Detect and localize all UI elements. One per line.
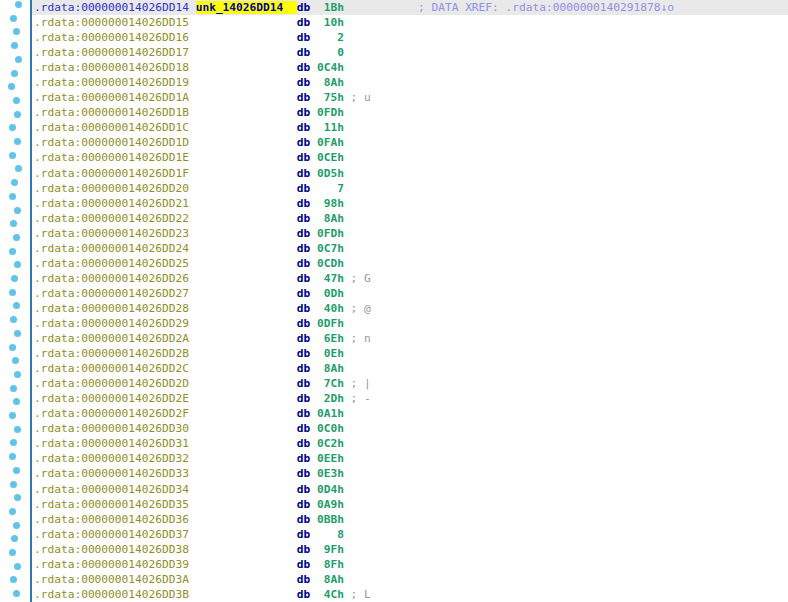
listing-row[interactable]: .rdata:000000014026DD1B db 0FDh: [0, 105, 788, 120]
mnemonic-db[interactable]: db: [297, 347, 317, 360]
listing-row[interactable]: .rdata:000000014026DD3A db 8Ah: [0, 572, 788, 587]
address-prefix[interactable]: .rdata:000000014026DD1E: [34, 151, 189, 164]
byte-value[interactable]: 0: [317, 46, 344, 59]
address-prefix[interactable]: .rdata:000000014026DD1F: [34, 167, 189, 180]
listing-row[interactable]: .rdata:000000014026DD3B db 4Ch ; L: [0, 587, 788, 602]
address-prefix[interactable]: .rdata:000000014026DD2E: [34, 392, 189, 405]
listing-row[interactable]: .rdata:000000014026DD1E db 0CEh: [0, 150, 788, 165]
byte-value[interactable]: 75h: [317, 91, 344, 104]
byte-value[interactable]: 0FAh: [317, 136, 344, 149]
byte-value[interactable]: 4Ch: [317, 588, 344, 601]
byte-value[interactable]: 2Dh: [317, 392, 344, 405]
address-prefix[interactable]: .rdata:000000014026DD25: [34, 257, 189, 270]
address-prefix[interactable]: .rdata:000000014026DD21: [34, 197, 189, 210]
listing-row[interactable]: .rdata:000000014026DD30 db 0C0h: [0, 421, 788, 436]
listing-row[interactable]: .rdata:000000014026DD1A db 75h ; u: [0, 90, 788, 105]
address-prefix[interactable]: .rdata:000000014026DD23: [34, 227, 189, 240]
mnemonic-db[interactable]: db: [297, 31, 317, 44]
listing-row[interactable]: .rdata:000000014026DD27 db 0Dh: [0, 286, 788, 301]
byte-value[interactable]: 40h: [317, 302, 344, 315]
listing-row[interactable]: .rdata:000000014026DD2B db 0Eh: [0, 346, 788, 361]
mnemonic-db[interactable]: db: [297, 362, 317, 375]
listing-row[interactable]: .rdata:000000014026DD1D db 0FAh: [0, 135, 788, 150]
byte-value[interactable]: 0C2h: [317, 437, 344, 450]
mnemonic-db[interactable]: db: [297, 302, 317, 315]
byte-value[interactable]: 8Ah: [317, 573, 344, 586]
listing-row[interactable]: .rdata:000000014026DD23 db 0FDh: [0, 226, 788, 241]
mnemonic-db[interactable]: db: [297, 317, 317, 330]
mnemonic-db[interactable]: db: [297, 242, 317, 255]
byte-value[interactable]: 8Ah: [317, 212, 344, 225]
byte-value[interactable]: 0E3h: [317, 467, 344, 480]
listing-row[interactable]: .rdata:000000014026DD26 db 47h ; G: [0, 271, 788, 286]
byte-value[interactable]: 0DFh: [317, 317, 344, 330]
byte-value[interactable]: 0FDh: [317, 227, 344, 240]
listing-row[interactable]: .rdata:000000014026DD38 db 9Fh: [0, 542, 788, 557]
listing-row[interactable]: .rdata:000000014026DD2F db 0A1h: [0, 406, 788, 421]
byte-value[interactable]: 0Eh: [317, 347, 344, 360]
listing-row[interactable]: .rdata:000000014026DD15 db 10h: [0, 15, 788, 30]
address-prefix[interactable]: .rdata:000000014026DD15: [34, 16, 189, 29]
byte-value[interactable]: 0A1h: [317, 407, 344, 420]
mnemonic-db[interactable]: db: [297, 272, 317, 285]
address-prefix[interactable]: .rdata:000000014026DD30: [34, 422, 189, 435]
byte-value[interactable]: 0D5h: [317, 167, 344, 180]
address-prefix[interactable]: .rdata:000000014026DD29: [34, 317, 189, 330]
listing-row[interactable]: .rdata:000000014026DD32 db 0EEh: [0, 451, 788, 466]
mnemonic-db[interactable]: db: [297, 573, 317, 586]
address-prefix[interactable]: .rdata:000000014026DD34: [34, 483, 189, 496]
listing-row[interactable]: .rdata:000000014026DD21 db 98h: [0, 196, 788, 211]
mnemonic-db[interactable]: db: [297, 151, 317, 164]
mnemonic-db[interactable]: db: [297, 136, 317, 149]
mnemonic-db[interactable]: db: [297, 467, 317, 480]
byte-value[interactable]: 1Bh: [317, 1, 344, 14]
address-prefix[interactable]: .rdata:000000014026DD35: [34, 498, 189, 511]
byte-value[interactable]: 0C0h: [317, 422, 344, 435]
mnemonic-db[interactable]: db: [297, 227, 317, 240]
mnemonic-db[interactable]: db: [297, 46, 317, 59]
listing-row[interactable]: .rdata:000000014026DD33 db 0E3h: [0, 466, 788, 481]
mnemonic-db[interactable]: db: [297, 513, 317, 526]
mnemonic-db[interactable]: db: [297, 332, 317, 345]
listing-row[interactable]: .rdata:000000014026DD34 db 0D4h: [0, 482, 788, 497]
byte-value[interactable]: 0C4h: [317, 61, 344, 74]
byte-value[interactable]: 7Ch: [317, 377, 344, 390]
char-comment[interactable]: ; |: [344, 377, 371, 390]
byte-value[interactable]: 8Ah: [317, 76, 344, 89]
mnemonic-db[interactable]: db: [297, 257, 317, 270]
mnemonic-db[interactable]: db: [297, 422, 317, 435]
mnemonic-db[interactable]: db: [297, 91, 317, 104]
address-prefix[interactable]: .rdata:000000014026DD32: [34, 452, 189, 465]
char-comment[interactable]: ; -: [344, 392, 371, 405]
address-prefix[interactable]: .rdata:000000014026DD3B: [34, 588, 189, 601]
address-prefix[interactable]: .rdata:000000014026DD22: [34, 212, 189, 225]
mnemonic-db[interactable]: db: [297, 437, 317, 450]
mnemonic-db[interactable]: db: [297, 528, 317, 541]
byte-value[interactable]: 11h: [317, 121, 344, 134]
byte-value[interactable]: 0D4h: [317, 483, 344, 496]
address-prefix[interactable]: .rdata:000000014026DD2F: [34, 407, 189, 420]
mnemonic-db[interactable]: db: [297, 16, 317, 29]
byte-value[interactable]: 0Dh: [317, 287, 344, 300]
address-prefix[interactable]: .rdata:000000014026DD14: [34, 1, 189, 14]
disassembly-listing[interactable]: .rdata:000000014026DD14 unk_14026DD14 db…: [0, 0, 788, 602]
listing-row[interactable]: .rdata:000000014026DD18 db 0C4h: [0, 60, 788, 75]
byte-value[interactable]: 9Fh: [317, 543, 344, 556]
mnemonic-db[interactable]: db: [297, 452, 317, 465]
mnemonic-db[interactable]: db: [297, 167, 317, 180]
listing-row[interactable]: .rdata:000000014026DD19 db 8Ah: [0, 75, 788, 90]
byte-value[interactable]: 8Ah: [317, 362, 344, 375]
byte-value[interactable]: 0BBh: [317, 513, 344, 526]
address-prefix[interactable]: .rdata:000000014026DD1C: [34, 121, 189, 134]
mnemonic-db[interactable]: db: [297, 392, 317, 405]
mnemonic-db[interactable]: db: [297, 182, 317, 195]
address-prefix[interactable]: .rdata:000000014026DD2C: [34, 362, 189, 375]
address-prefix[interactable]: .rdata:000000014026DD2D: [34, 377, 189, 390]
byte-value[interactable]: 0FDh: [317, 106, 344, 119]
listing-row[interactable]: .rdata:000000014026DD1C db 11h: [0, 120, 788, 135]
mnemonic-db[interactable]: db: [297, 377, 317, 390]
address-prefix[interactable]: .rdata:000000014026DD19: [34, 76, 189, 89]
byte-value[interactable]: 7: [317, 182, 344, 195]
listing-row[interactable]: .rdata:000000014026DD25 db 0CDh: [0, 256, 788, 271]
address-prefix[interactable]: .rdata:000000014026DD31: [34, 437, 189, 450]
